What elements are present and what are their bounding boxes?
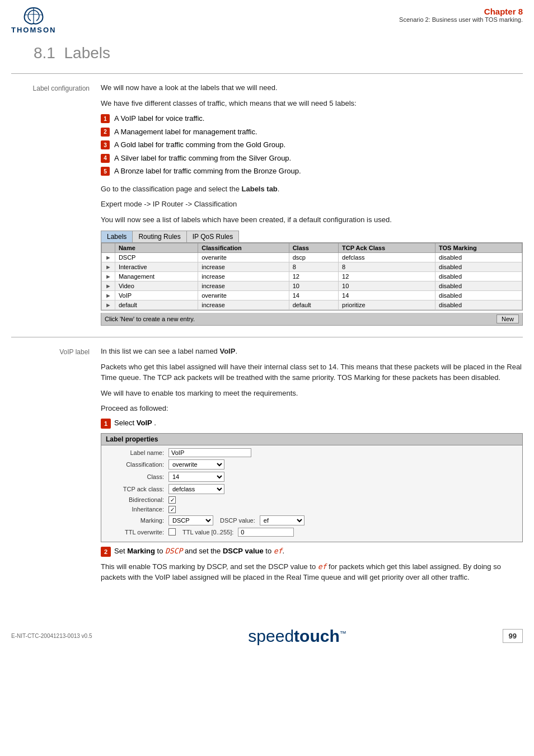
label-properties-form: Label properties Label name: Classificat… — [101, 433, 523, 542]
intro-text-1: We will now have a look at the labels th… — [101, 82, 523, 93]
new-button[interactable]: New — [496, 314, 519, 323]
voip-label-col: VoIP label — [11, 346, 101, 588]
row-arrow: ► — [102, 253, 115, 262]
section-divider-mid — [11, 337, 523, 337]
table-row[interactable]: ► Management increase 12 12 disabled — [102, 272, 522, 281]
page-header: THOMSON Chapter 8 Scenario 2: Business u… — [0, 0, 534, 39]
list-item-1-text: A VoIP label for voice traffic. — [114, 113, 204, 124]
inheritance-checkbox[interactable]: ✓ — [168, 506, 176, 513]
footer-logo: speedtouch™ — [248, 627, 346, 646]
list-item-3-text: A Gold label for traffic comming from th… — [114, 139, 285, 151]
footer-doc-id: E-NIT-CTC-20041213-0013 v0.5 — [11, 633, 92, 639]
col-header-classification: Classification — [198, 243, 289, 253]
marking-label: Marking: — [107, 517, 168, 524]
table-row[interactable]: ► Interactive increase 8 8 disabled — [102, 262, 522, 272]
list-item: 1 A VoIP label for voice traffic. — [101, 113, 523, 124]
chapter-subtitle: Scenario 2: Business user with TOS marki… — [399, 16, 523, 23]
num-badge-3: 3 — [101, 140, 110, 149]
row-class: dscp — [289, 253, 338, 262]
list-item: 4 A Silver label for traffic comming fro… — [101, 153, 523, 164]
table-row[interactable]: ► default increase default prioritize di… — [102, 300, 522, 310]
row-tcp-ack: defclass — [339, 253, 435, 262]
label-name-input[interactable] — [168, 448, 251, 457]
nav-bold: Labels tab — [242, 185, 278, 193]
row-tcp-ack: 10 — [339, 281, 435, 291]
form-row-ttl: TTL overwrite: TTL value [0..255]: — [107, 528, 517, 537]
form-row-bidirectional: Bidirectional: ✓ — [107, 496, 517, 504]
bidirectional-label: Bidirectional: — [107, 496, 168, 503]
row-classification: increase — [198, 281, 289, 291]
row-tos: disabled — [435, 291, 522, 300]
step-2-text: Set Marking to DSCP and set the DSCP val… — [114, 547, 284, 555]
table-row[interactable]: ► VoIP overwrite 14 14 disabled — [102, 291, 522, 300]
tcp-ack-label: TCP ack class: — [107, 486, 168, 492]
voip-label-section: VoIP label In this list we can see a lab… — [11, 346, 523, 588]
num-badge-5: 5 — [101, 167, 110, 176]
form-row-marking: Marking: DSCP DSCP value: ef — [107, 515, 517, 525]
col-header-class: Class — [289, 243, 338, 253]
list-item: 5 A Bronze label for traffic comming fro… — [101, 166, 523, 177]
bidirectional-checkbox[interactable]: ✓ — [168, 496, 176, 504]
step-2-row: 2 Set Marking to DSCP and set the DSCP v… — [101, 547, 523, 557]
voip-para3: Proceed as followed: — [101, 403, 523, 414]
form-row-label-name: Label name: — [107, 448, 517, 457]
row-name: Interactive — [115, 262, 198, 272]
row-arrow: ► — [102, 272, 115, 281]
section-divider-top — [11, 73, 523, 74]
tcp-ack-select[interactable]: defclass — [168, 484, 224, 494]
col-header-tcp-ack: TCP Ack Class — [339, 243, 435, 253]
step-2-dscp: DSCP — [165, 547, 182, 555]
class-select[interactable]: 14 — [168, 472, 224, 482]
expert-mode-text: Expert mode -> IP Router -> Classificati… — [101, 199, 523, 210]
tab-ip-qos-rules[interactable]: IP QoS Rules — [187, 231, 238, 242]
ttl-checkbox[interactable] — [168, 528, 176, 536]
step-2-ef: ef — [274, 547, 283, 555]
col-header-tos: TOS Marking — [435, 243, 522, 253]
form-header: Label properties — [101, 434, 522, 445]
row-tos: disabled — [435, 272, 522, 281]
tab-routing-rules[interactable]: Routing Rules — [133, 231, 186, 242]
row-name: VoIP — [115, 291, 198, 300]
tab-bar[interactable]: Labels Routing Rules IP QoS Rules — [101, 231, 239, 242]
marking-select[interactable]: DSCP — [168, 515, 213, 525]
voip-intro: In this list we can see a label named Vo… — [101, 346, 523, 357]
data-table-wrapper: Name Classification Class TCP Ack Class … — [101, 242, 523, 311]
row-class: 10 — [289, 281, 338, 291]
table-footer-text: Click 'New' to create a new entry. — [105, 316, 195, 322]
section-name: Labels — [64, 44, 111, 62]
voip-bold: VoIP — [219, 347, 235, 355]
step-2-dscp-value: DSCP value — [223, 547, 264, 555]
brand-touch: touch — [294, 627, 340, 645]
ttl-label: TTL overwrite: — [107, 529, 168, 536]
list-item-2-text: A Management label for management traffi… — [114, 126, 257, 138]
row-name: Video — [115, 281, 198, 291]
form-row-class: Class: 14 — [107, 472, 517, 482]
table-row[interactable]: ► Video increase 10 10 disabled — [102, 281, 522, 291]
row-class: 12 — [289, 272, 338, 281]
label-config-content: We will now have a look at the labels th… — [101, 82, 523, 326]
list-item-4-text: A Silver label for traffic comming from … — [114, 153, 291, 164]
brand-tm: ™ — [340, 630, 346, 637]
row-name: default — [115, 300, 198, 310]
section-number: 8.1 — [34, 44, 55, 62]
voip-label-heading: VoIP label — [11, 347, 95, 356]
row-class: default — [289, 300, 338, 310]
form-body: Label name: Classification: overwrite Cl… — [101, 445, 522, 542]
classification-select[interactable]: overwrite — [168, 459, 224, 469]
step-1-content: Select VoIP . — [114, 419, 523, 427]
list-item-5-text: A Bronze label for traffic comming from … — [114, 166, 301, 177]
intro-text-2: We have five different classes of traffi… — [101, 98, 523, 109]
final-ef: ef — [318, 562, 327, 571]
list-item: 3 A Gold label for traffic comming from … — [101, 139, 523, 151]
row-name: DSCP — [115, 253, 198, 262]
tab-labels[interactable]: Labels — [101, 231, 133, 242]
dscp-value-label: DSCP value: — [220, 517, 255, 524]
table-row[interactable]: ► DSCP overwrite dscp defclass disabled — [102, 253, 522, 262]
dscp-value-select[interactable]: ef — [260, 515, 305, 525]
col-header-name: Name — [115, 243, 198, 253]
row-tcp-ack: 12 — [339, 272, 435, 281]
ttl-value-input[interactable] — [238, 528, 294, 537]
chapter-info: Chapter 8 Scenario 2: Business user with… — [399, 7, 523, 23]
step-2-marking: Marking — [127, 547, 155, 555]
row-classification: overwrite — [198, 291, 289, 300]
